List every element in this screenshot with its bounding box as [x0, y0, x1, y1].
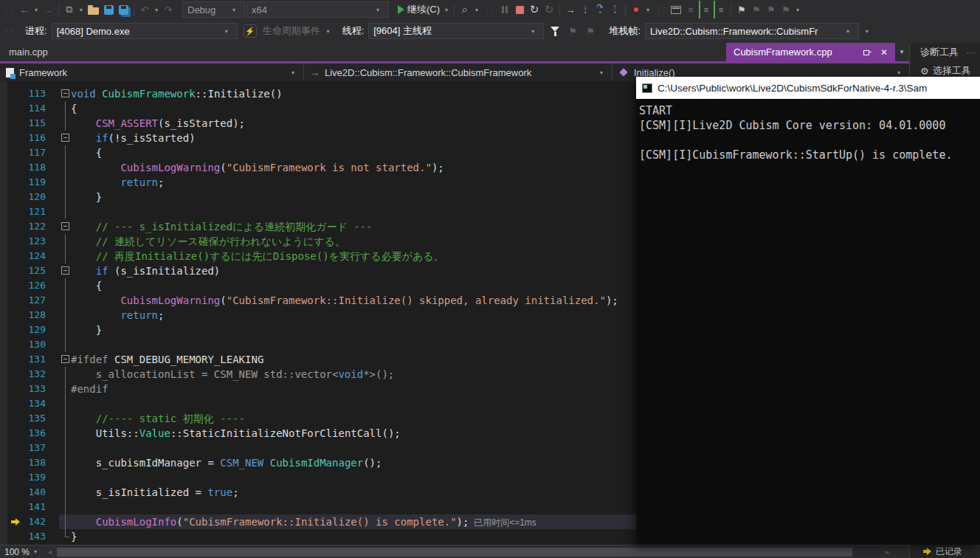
bookmark-overflow-icon[interactable]: ▾ [794, 1, 801, 18]
line-number[interactable]: 134 [25, 396, 46, 411]
breakpoint-margin[interactable] [7, 426, 25, 441]
step-into-icon[interactable]: ↓● [579, 1, 592, 18]
breakpoint-margin[interactable] [7, 101, 25, 116]
horizontal-scrollbar[interactable] [54, 545, 883, 558]
breakpoint-margin[interactable] [7, 529, 25, 544]
line-number[interactable]: 115 [25, 116, 46, 131]
breakpoint-margin[interactable] [7, 367, 25, 382]
project-dropdown[interactable]: Framework ▾ [0, 63, 304, 81]
line-number[interactable]: 116 [25, 131, 46, 145]
close-icon[interactable]: ✕ [880, 47, 888, 58]
line-number[interactable]: 127 [25, 293, 46, 308]
panel-menu-icon[interactable]: ⋯ [966, 47, 976, 58]
line-number[interactable]: 122 [25, 219, 46, 234]
breakpoint-margin[interactable] [7, 293, 25, 308]
open-file-icon[interactable] [86, 1, 100, 18]
breakpoint-margin[interactable] [7, 485, 25, 500]
output-window-icon[interactable]: ≡ [684, 1, 697, 18]
line-number[interactable]: 133 [25, 382, 46, 396]
hot-reload-icon[interactable]: ↻ [542, 1, 556, 18]
line-number[interactable]: 139 [25, 470, 46, 485]
breakpoint-margin[interactable] [7, 249, 25, 264]
breakpoint-margin[interactable] [7, 455, 25, 470]
fold-toggle[interactable]: − [59, 86, 71, 101]
thread-select[interactable]: [9604] 主线程 ▾ [368, 23, 544, 39]
lifecycle-dropdown-icon[interactable]: ▾ [325, 22, 332, 40]
line-number[interactable]: 137 [25, 441, 46, 455]
perf-tip[interactable]: 已用时间<=1ms [469, 517, 536, 528]
breakpoint-margin[interactable] [7, 441, 25, 455]
breakpoint-margin[interactable] [7, 86, 25, 101]
breakpoint-margin[interactable] [7, 116, 25, 131]
line-number[interactable]: 124 [25, 249, 46, 264]
line-number[interactable]: 118 [25, 160, 46, 175]
line-number[interactable]: 141 [25, 500, 46, 514]
find-icon[interactable]: ⌕ [458, 1, 472, 18]
copy-icon[interactable]: ⧉ [63, 1, 76, 18]
breakpoint-margin[interactable] [7, 500, 25, 514]
redo-icon[interactable]: ↷ [162, 1, 175, 18]
fold-toggle[interactable]: − [59, 219, 71, 234]
save-all-icon[interactable] [117, 1, 130, 18]
diagnostics-recorded-status[interactable]: 已记录 [909, 545, 980, 558]
show-next-statement-icon[interactable]: → [564, 1, 577, 18]
scroll-left-icon[interactable]: ◂ [46, 548, 54, 556]
line-number[interactable]: 130 [25, 337, 46, 352]
copy-dropdown-icon[interactable]: ▾ [77, 1, 85, 18]
collapse-box-icon[interactable]: − [61, 222, 69, 230]
step-over-icon[interactable]: ↷● [593, 1, 607, 18]
fold-toggle[interactable]: − [59, 352, 71, 367]
zoom-control[interactable]: 100 % ▾ [0, 547, 46, 557]
breakpoint-margin[interactable] [7, 382, 25, 396]
current-statement-arrow[interactable] [7, 514, 25, 529]
breakpoint-margin[interactable] [7, 234, 25, 249]
lifecycle-events-button[interactable]: ⚡ [242, 22, 258, 40]
line-number[interactable]: 135 [25, 411, 46, 426]
line-number[interactable]: 113 [25, 86, 46, 101]
solution-configuration-select[interactable]: Debug ▾ [182, 1, 245, 18]
line-number[interactable]: 138 [25, 455, 46, 470]
indent-increase-icon[interactable]: ≡ [714, 1, 727, 18]
breakpoint-margin[interactable] [7, 219, 25, 234]
line-number[interactable]: 132 [25, 367, 46, 382]
breakpoint-margin[interactable] [7, 131, 25, 145]
filter-threads-icon[interactable] [548, 22, 562, 40]
breakpoint-margin[interactable] [7, 204, 25, 219]
fold-toggle[interactable]: − [59, 264, 71, 278]
continue-button[interactable]: 继续(C) [396, 1, 441, 18]
line-number[interactable]: 120 [25, 190, 46, 204]
breakpoint-margin[interactable] [7, 337, 25, 352]
stop-debugging-icon[interactable] [513, 1, 526, 18]
line-number[interactable]: 142 [25, 514, 46, 529]
solution-platform-select[interactable]: x64 ▾ [246, 1, 389, 18]
break-all-icon[interactable] [498, 1, 511, 18]
line-number[interactable]: 129 [25, 323, 46, 337]
breakpoint-margin[interactable] [7, 396, 25, 411]
line-number[interactable]: 125 [25, 264, 46, 278]
breakpoint-margin[interactable] [7, 145, 25, 160]
type-dropdown[interactable]: → Live2D::Cubism::Framework::CubismFrame… [304, 63, 612, 81]
tab-main-cpp[interactable]: main.cpp [0, 43, 57, 61]
tab-cubismframework-cpp[interactable]: CubismFramework.cpp ✕ [726, 43, 895, 61]
line-number[interactable]: 140 [25, 485, 46, 500]
line-number[interactable]: 131 [25, 352, 46, 367]
line-number[interactable]: 117 [25, 145, 46, 160]
restart-icon[interactable]: ↻ [528, 1, 541, 18]
line-number[interactable]: 128 [25, 308, 46, 323]
collapse-box-icon[interactable]: − [61, 134, 69, 142]
stack-frame-select[interactable]: Live2D::Cubism::Framework::CubismFr ▾ [645, 23, 859, 39]
toolbar-grip[interactable]: ⋮⋮ [1, 1, 16, 18]
line-number[interactable]: 121 [25, 204, 46, 219]
breakpoint-margin[interactable] [7, 470, 25, 485]
collapse-box-icon[interactable]: − [61, 355, 69, 363]
console-window[interactable]: C:\Users\Public\work\Live2D\CubismSdkFor… [636, 77, 980, 545]
undo-icon[interactable]: ↶ [138, 1, 151, 18]
collapse-box-icon[interactable]: − [61, 266, 69, 275]
breakpoint-margin[interactable] [7, 323, 25, 337]
line-number[interactable]: 119 [25, 175, 46, 190]
breakpoint-margin[interactable] [7, 278, 25, 293]
breakpoint-margin[interactable] [7, 160, 25, 175]
breakpoint-dropdown-icon[interactable]: ▾ [644, 1, 652, 18]
new-breakpoint-icon[interactable] [629, 1, 643, 18]
flag-threads-icon[interactable]: ⚑ [566, 22, 579, 40]
